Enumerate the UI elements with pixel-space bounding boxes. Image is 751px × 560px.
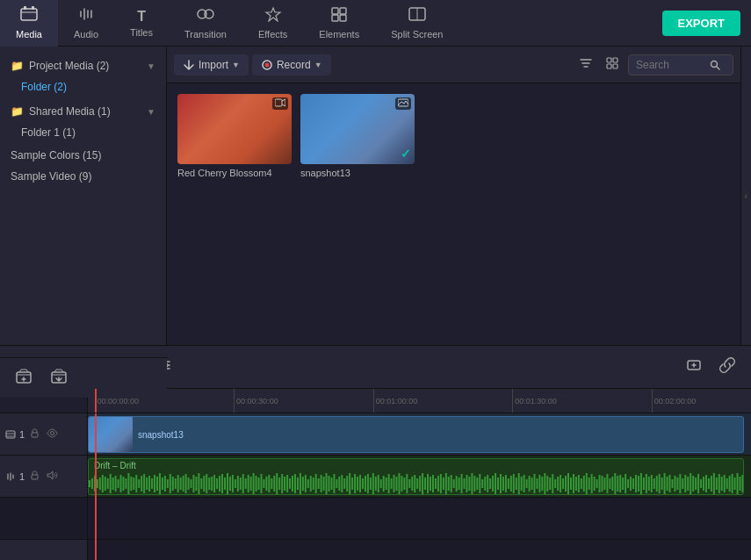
timeline-scroll[interactable]: 00:00:00:00 00:00:30:00 00:01:00:00 00:0…	[88, 389, 751, 560]
svg-rect-289	[729, 476, 731, 492]
svg-rect-126	[305, 475, 307, 492]
svg-rect-125	[302, 477, 304, 491]
svg-rect-228	[570, 477, 572, 490]
grid-view-button[interactable]	[602, 53, 623, 77]
sidebar-item-sample-video[interactable]: Sample Video (9)	[0, 166, 166, 187]
svg-rect-174	[430, 477, 431, 491]
audio-lock-button[interactable]	[28, 470, 41, 483]
svg-rect-168	[414, 475, 415, 492]
svg-rect-176	[435, 478, 437, 489]
audio-clip[interactable]: Drift – Drift	[88, 458, 744, 495]
track-lock-button[interactable]	[28, 427, 41, 441]
svg-rect-187	[464, 478, 466, 489]
playhead[interactable]	[95, 389, 97, 413]
svg-rect-150	[367, 474, 369, 493]
svg-rect-173	[427, 474, 429, 493]
filter-button[interactable]	[575, 53, 596, 77]
audio-waveform	[89, 471, 743, 495]
sidebar-item-sample-colors[interactable]: Sample Colors (15)	[0, 145, 166, 166]
svg-rect-9	[340, 15, 346, 21]
svg-rect-48	[102, 475, 104, 492]
svg-rect-291	[734, 477, 736, 490]
svg-rect-162	[398, 473, 400, 494]
svg-rect-262	[659, 474, 661, 493]
sidebar-section-project: 📁 Project Media (2) ▼ Folder (2)	[0, 54, 166, 99]
record-button[interactable]: Record ▼	[252, 54, 331, 75]
svg-rect-7	[340, 8, 346, 14]
shared-folder-icon: 📁	[11, 105, 24, 118]
sidebar-item-project-media[interactable]: 📁 Project Media (2) ▼	[0, 55, 166, 76]
svg-rect-100	[237, 476, 239, 492]
toolbar-item-transition[interactable]: Transition	[169, 0, 242, 47]
svg-rect-60	[133, 477, 134, 490]
svg-rect-217	[541, 477, 543, 491]
svg-rect-38	[6, 431, 15, 438]
sidebar-item-shared-media[interactable]: 📁 Shared Media (1) ▼	[0, 101, 166, 122]
search-input[interactable]	[636, 59, 706, 71]
export-button[interactable]: EXPORT	[662, 11, 740, 36]
media-thumb-0[interactable]: Red Cherry Blossom4	[177, 94, 292, 334]
svg-rect-134	[326, 473, 328, 494]
toolbar-transition-label: Transition	[184, 29, 227, 39]
toolbar-elements-label: Elements	[319, 29, 359, 39]
svg-rect-236	[591, 474, 593, 493]
audio-mute-button[interactable]	[45, 470, 60, 483]
svg-rect-44	[91, 478, 93, 489]
add-track-button[interactable]	[681, 354, 707, 380]
svg-rect-118	[284, 477, 285, 491]
svg-rect-198	[492, 476, 494, 492]
toolbar-item-elements[interactable]: Elements	[303, 0, 375, 47]
toolbar-item-effects[interactable]: Effects	[242, 0, 303, 47]
sidebar-item-folder[interactable]: Folder (2)	[0, 76, 166, 97]
svg-rect-290	[732, 474, 733, 493]
timeline-tracks-left: 1 1	[0, 389, 88, 560]
svg-rect-171	[422, 473, 423, 494]
track-visibility-button[interactable]	[45, 427, 60, 441]
audio-track[interactable]: Drift – Drift	[88, 456, 751, 498]
svg-rect-165	[406, 474, 408, 493]
toolbar-media-label: Media	[16, 29, 42, 39]
svg-rect-229	[573, 474, 574, 493]
svg-rect-55	[120, 475, 122, 492]
svg-rect-169	[416, 478, 418, 489]
audio-clip-label: Drift – Drift	[89, 459, 141, 472]
svg-rect-257	[646, 474, 647, 493]
svg-rect-53	[115, 476, 117, 492]
top-toolbar: Media Audio T Titles Transition Effects …	[0, 0, 751, 47]
svg-rect-241	[603, 477, 605, 490]
svg-rect-137	[333, 474, 335, 493]
svg-rect-94	[221, 474, 223, 493]
elements-icon	[330, 6, 348, 26]
import-button[interactable]: Import ▼	[174, 54, 249, 75]
svg-rect-47	[99, 477, 101, 490]
toolbar-item-audio[interactable]: Audio	[58, 0, 114, 47]
svg-rect-204	[508, 478, 509, 489]
svg-rect-244	[611, 477, 613, 491]
video-clip[interactable]: snapshot13	[88, 416, 744, 453]
sidebar-item-folder1[interactable]: Folder 1 (1)	[0, 122, 166, 143]
right-collapse-handle[interactable]: ‹	[740, 47, 751, 345]
svg-rect-212	[529, 476, 531, 492]
media-thumb-1[interactable]: ✓ snapshot13	[300, 94, 415, 334]
svg-rect-73	[167, 479, 169, 488]
svg-rect-72	[164, 476, 166, 492]
svg-line-21	[717, 67, 719, 69]
link-button[interactable]	[714, 354, 740, 380]
svg-rect-136	[330, 477, 332, 490]
svg-rect-59	[130, 477, 132, 491]
svg-rect-81	[188, 477, 190, 490]
svg-rect-49	[105, 477, 106, 491]
svg-rect-284	[716, 477, 718, 490]
toolbar-item-media[interactable]: Media	[0, 0, 58, 47]
svg-rect-22	[275, 99, 282, 106]
search-box[interactable]	[628, 54, 733, 75]
import-label: Import	[199, 59, 228, 71]
svg-rect-83	[192, 475, 194, 492]
video-track[interactable]: snapshot13	[88, 413, 751, 456]
titles-icon: T	[137, 9, 146, 25]
toolbar-item-titles[interactable]: T Titles	[114, 0, 169, 47]
toolbar-item-splitscreen[interactable]: Split Screen	[375, 0, 459, 47]
svg-rect-39	[32, 433, 38, 437]
svg-rect-288	[726, 478, 728, 489]
svg-rect-181	[448, 477, 450, 491]
